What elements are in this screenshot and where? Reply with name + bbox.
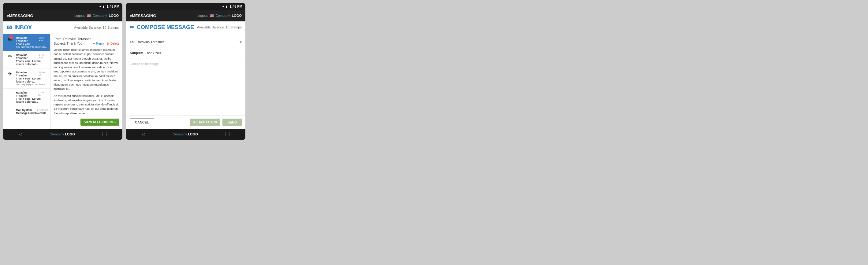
inbox-title-text: INBOX (14, 25, 32, 31)
compose-footer: CANCEL ATTACH eCARD SEND (126, 115, 245, 129)
app-name-inbox: eMESSAGING (7, 13, 33, 18)
msg-sender-4: Mail System (16, 108, 32, 111)
status-time-compose: 1:45 PM (229, 5, 242, 8)
back-button-compose[interactable]: ◁ (142, 132, 145, 137)
unread-badge: 1 (9, 35, 13, 39)
inbox-content: ✉ INBOX Available Balance: 10 Stamps ✉ 1 (3, 22, 122, 129)
delete-button[interactable]: 🗑 Delete (106, 42, 119, 45)
to-field: To: Ratavius Thrasher ▾ (130, 36, 242, 47)
inbox-body: ✉ 1 Ratavius Thrasher 3:13 PM Thank you … (3, 34, 122, 129)
logout-label-inbox[interactable]: Logout (74, 14, 85, 18)
attach-ecard-button[interactable]: ATTACH eCARD (190, 119, 220, 126)
inbox-header: ✉ INBOX Available Balance: 10 Stamps (3, 22, 122, 34)
inbox-envelope-icon: ✉ (7, 24, 12, 31)
compose-balance: Available Balance: 10 Stamps (197, 25, 242, 29)
detail-subject: Subject: Thank You (54, 41, 83, 45)
nav-right-inbox: Logout 🇺🇸 Company LOGO (74, 14, 119, 18)
bottom-bar-compose: ◁ Company LOGO (126, 129, 245, 140)
battery-icon: ▮ (103, 5, 105, 8)
message-item-2[interactable]: ✈ Ratavius Thrasher 3 May 17 Thank You -… (3, 68, 50, 89)
bottom-logo-text-inbox: LOGO (65, 132, 75, 136)
compose-form: To: Ratavius Thrasher ▾ Subject: Thank Y… (126, 33, 245, 115)
home-button-inbox[interactable] (102, 132, 106, 136)
flag-icon-inbox: 🇺🇸 (87, 14, 91, 18)
logo-text-inbox: LOGO (109, 14, 119, 18)
subject-value: Thank You (145, 51, 242, 55)
dropdown-icon[interactable]: ▾ (240, 39, 242, 44)
msg-badge-icon: ✉ 1 (8, 36, 12, 42)
reply-icon: ↩ (93, 42, 95, 45)
msg-subject-2: Thank You - Lorem ipsum dolore... (16, 77, 48, 83)
message-list: ✉ 1 Ratavius Thrasher 3:13 PM Thank you … (3, 34, 51, 129)
inbox-title: ✉ INBOX (7, 24, 32, 31)
view-attachments-button[interactable]: VIEW ATTACHMENTS (81, 119, 119, 126)
msg-icon-0: ✉ 1 (5, 36, 14, 42)
msg-preview-0: You may reply to this message at no cost (16, 45, 48, 48)
status-bar-compose: ▼ ▮ 1:45 PM (126, 3, 245, 10)
nav-right-compose: Logout 🇺🇸 Company LOGO (197, 14, 242, 18)
compose-title-text: COMPOSE MESSAGE (137, 24, 194, 31)
detail-header: From: Ratavius Thrasher Subject: Thank Y… (54, 37, 119, 45)
msg-icon-1: ✏ (5, 54, 14, 59)
top-nav-compose: eMESSAGING Logout 🇺🇸 Company LOGO (126, 10, 245, 22)
msg-time-2: 3 May 17 (38, 71, 48, 76)
to-label: To: (130, 40, 135, 44)
compose-content: ✏ COMPOSE MESSAGE Available Balance: 10 … (126, 22, 245, 129)
wifi-icon: ▼ (99, 5, 102, 8)
reply-label: Reply (96, 42, 104, 45)
message-area[interactable]: Compose message (130, 58, 242, 112)
msg-time-4: 17 Jun 20 (37, 108, 48, 111)
logout-label-compose[interactable]: Logout (197, 14, 208, 18)
compose-title: ✏ COMPOSE MESSAGE (130, 24, 194, 31)
detail-body-p2: An mel possit suscipit salutandi. Mel ei… (54, 94, 119, 115)
detail-from: From: Ratavius Thrasher (54, 37, 119, 41)
msg-content-0: Ratavius Thrasher 3:13 PM Thank you You … (16, 36, 48, 48)
bottom-logo-compose: Company LOGO (173, 132, 198, 136)
trash-icon: 🗑 (106, 42, 110, 45)
inbox-device: ▼ ▮ 1:45 PM eMESSAGING Logout 🇺🇸 Company… (3, 3, 122, 140)
message-item-4[interactable]: Mail System 17 Jun 20 Message Undelivera… (3, 106, 50, 118)
msg-content-4: Mail System 17 Jun 20 Message Undelivera… (16, 108, 48, 114)
message-item-0[interactable]: ✉ 1 Ratavius Thrasher 3:13 PM Thank you … (3, 34, 50, 51)
msg-sender-3: Ratavius Thrasher (16, 91, 38, 97)
pencil-icon: ✏ (130, 24, 134, 31)
wifi-icon-compose: ▼ (222, 5, 225, 8)
delete-label: Delete (111, 42, 119, 45)
msg-content-1: Ratavius Thrasher 9:45 AM Thank You - Lo… (16, 54, 48, 66)
status-bar-inbox: ▼ ▮ 1:45 PM (3, 3, 122, 10)
send-button[interactable]: SEND (222, 119, 242, 126)
msg-subject-1: Thank You - Lorem ipsum doloreat... (16, 60, 48, 66)
msg-content-2: Ratavius Thrasher 3 May 17 Thank You - L… (16, 71, 48, 86)
msg-time-1: 9:45 AM (39, 54, 48, 59)
msg-subject-0: Thank you (16, 42, 48, 45)
reply-button[interactable]: ↩ Reply (93, 42, 104, 45)
bottom-logo-text-compose: LOGO (188, 132, 198, 136)
subject-label: Subject: (130, 51, 143, 55)
subject-field: Subject: Thank You (130, 47, 242, 58)
home-button-compose[interactable] (225, 132, 229, 136)
company-text-compose: Company (216, 14, 230, 18)
msg-sender-1: Ratavius Thrasher (16, 54, 39, 60)
message-placeholder: Compose message (130, 62, 159, 66)
cancel-button[interactable]: CANCEL (130, 118, 154, 126)
flag-icon-compose: 🇺🇸 (210, 14, 214, 18)
bottom-company-text-compose: Company (173, 132, 187, 136)
msg-time-3: 17 Jun 16 (38, 91, 48, 97)
msg-preview-2: You may reply to this message at no cost (16, 83, 48, 86)
detail-actions: ↩ Reply 🗑 Delete (93, 42, 119, 45)
back-button-inbox[interactable]: ◁ (19, 132, 22, 137)
msg-time-0: 3:13 PM (39, 36, 48, 42)
logo-text-compose: LOGO (232, 14, 242, 18)
msg-icon-2: ✈ (5, 71, 14, 77)
compose-header: ✏ COMPOSE MESSAGE Available Balance: 10 … (126, 22, 245, 33)
message-item-1[interactable]: ✏ Ratavius Thrasher 9:45 AM Thank You - … (3, 51, 50, 68)
footer-right: ATTACH eCARD SEND (190, 119, 242, 126)
msg-sender-2: Ratavius Thrasher (16, 71, 38, 77)
detail-body: Lorem ipsum dolor sit amet, mentitum tac… (54, 48, 119, 115)
bottom-company-text-inbox: Company (50, 132, 64, 136)
app-name-compose: eMESSAGING (130, 13, 156, 18)
to-value: Ratavius Thrasher (136, 40, 240, 44)
inbox-balance: Available Balance: 10 Stamps (74, 26, 119, 29)
message-item-3[interactable]: Ratavius Thrasher 17 Jun 16 Thank You - … (3, 89, 50, 106)
top-nav-inbox: eMESSAGING Logout 🇺🇸 Company LOGO (3, 10, 122, 22)
